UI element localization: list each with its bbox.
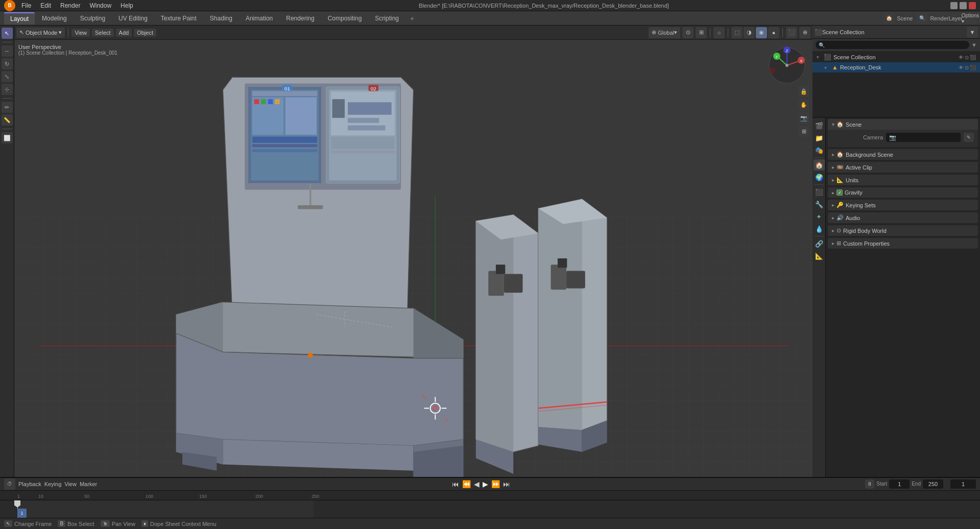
play-forward[interactable]: ▶: [483, 480, 488, 488]
viewport-hand-icon[interactable]: ✋: [798, 99, 809, 110]
outliner-reception-desk-item[interactable]: ▸ ▲ Reception_Desk 👁 ⊙ ⬛: [812, 62, 980, 73]
scene-section-header[interactable]: ▾ 🏠 Scene: [828, 119, 978, 130]
props-tab-output[interactable]: 📁: [814, 132, 825, 143]
units-section[interactable]: ▸ 📐 Units: [828, 175, 978, 185]
viewport-canvas[interactable]: 01 02: [14, 40, 812, 477]
marker-menu[interactable]: Marker: [80, 481, 97, 487]
active-clip-section[interactable]: ▸ 🎞️ Active Clip: [828, 162, 978, 173]
object-menu[interactable]: Object: [134, 29, 156, 37]
view-menu-timeline[interactable]: View: [64, 481, 77, 487]
gravity-section[interactable]: ▸ ✓ Gravity: [828, 187, 978, 198]
playback-menu[interactable]: Playback: [18, 481, 41, 487]
shading-rendered[interactable]: ●: [768, 27, 779, 38]
audio-section[interactable]: ▸ 🔊 Audio: [828, 212, 978, 223]
sync-mode[interactable]: ⏸: [865, 479, 874, 489]
menu-file[interactable]: File: [17, 1, 35, 10]
tool-transform[interactable]: ⊹: [2, 84, 13, 95]
options-button[interactable]: Options ▾: [965, 13, 976, 24]
overlay-toggle[interactable]: ⬛: [786, 27, 797, 38]
goto-first-frame[interactable]: ⏮: [452, 480, 459, 488]
props-tab-constraint[interactable]: 🔗: [814, 238, 825, 249]
gizmo-toggle[interactable]: ⊕: [799, 27, 810, 38]
gravity-checkbox[interactable]: ✓: [836, 189, 843, 196]
viewport-snapping[interactable]: ⊞: [696, 27, 707, 38]
scene-icon-btn[interactable]: 🏠: [883, 13, 895, 24]
maximize-button[interactable]: [960, 2, 967, 9]
tab-texture-paint[interactable]: Texture Paint: [155, 13, 203, 24]
start-frame-input[interactable]: 1: [889, 479, 910, 489]
properties-side: 🎬 📁 🎭 🏠 🌍: [812, 118, 980, 477]
render-layer-search[interactable]: 🔍: [917, 13, 928, 24]
custom-props-section[interactable]: ▸ ⊞ Custom Properties: [828, 238, 978, 249]
props-tab-scene[interactable]: 🏠: [814, 159, 825, 171]
viewport-grid-icon[interactable]: ⊞: [798, 126, 809, 137]
select-menu[interactable]: Select: [92, 29, 114, 37]
current-frame-input[interactable]: 1: [950, 479, 976, 489]
props-tab-object[interactable]: ⬛: [814, 186, 825, 198]
tool-select[interactable]: ↖: [2, 28, 13, 39]
shading-solid[interactable]: ◑: [744, 27, 755, 38]
tool-annotate[interactable]: ✏: [2, 102, 13, 113]
tab-animation[interactable]: Animation: [240, 13, 279, 24]
add-menu[interactable]: Add: [116, 29, 132, 37]
menu-window[interactable]: Window: [85, 1, 115, 10]
view-menu[interactable]: View: [71, 29, 90, 37]
viewport-pivot[interactable]: ⊙: [682, 27, 694, 38]
props-tab-physics[interactable]: 💧: [814, 223, 825, 234]
tab-uv-editing[interactable]: UV Editing: [112, 13, 154, 24]
props-tab-world[interactable]: 🌍: [814, 172, 825, 183]
tab-layout[interactable]: Layout: [4, 12, 35, 25]
menu-edit[interactable]: Edit: [36, 1, 55, 10]
keying-sets-icon: 🔑: [836, 202, 844, 208]
tab-compositing[interactable]: Compositing: [322, 13, 368, 24]
outliner-filter-icon[interactable]: ▼: [967, 27, 978, 38]
tab-sculpting[interactable]: Sculpting: [74, 13, 111, 24]
navigation-gizmo[interactable]: X Y Z: [767, 45, 807, 86]
camera-browse-btn[interactable]: ✎: [964, 133, 974, 142]
timeline-scrub[interactable]: 1: [0, 500, 980, 518]
obj-expand-arrow: ▸: [825, 65, 830, 70]
shading-wireframe[interactable]: ⬚: [731, 27, 743, 38]
viewport-proportional[interactable]: ○: [713, 27, 725, 38]
keying-menu[interactable]: Keying: [44, 481, 62, 487]
goto-next-keyframe[interactable]: ⏩: [491, 480, 500, 488]
tab-rendering[interactable]: Rendering: [280, 13, 320, 24]
svg-rect-43: [332, 99, 345, 118]
tick-10: 10: [38, 494, 43, 499]
tab-scripting[interactable]: Scripting: [369, 13, 405, 24]
tool-scale[interactable]: ⤡: [2, 71, 13, 82]
background-scene-section[interactable]: ▸ 🏠 Background Scene: [828, 149, 978, 160]
menu-render[interactable]: Render: [56, 1, 84, 10]
tab-shading[interactable]: Shading: [204, 13, 238, 24]
props-tab-particles[interactable]: ✦: [814, 211, 825, 222]
keying-sets-section[interactable]: ▸ 🔑 Keying Sets: [828, 200, 978, 210]
goto-prev-keyframe[interactable]: ⏪: [462, 480, 471, 488]
add-workspace-button[interactable]: +: [406, 12, 418, 25]
tool-measure[interactable]: 📏: [2, 114, 13, 126]
camera-value[interactable]: 📷: [886, 133, 961, 142]
outliner-search-box[interactable]: 🔍: [816, 41, 969, 49]
viewport-camera-icon[interactable]: 📷: [798, 112, 809, 124]
props-tab-data[interactable]: 📐: [814, 250, 825, 261]
props-tab-view-layer[interactable]: 🎭: [814, 145, 825, 156]
menu-help[interactable]: Help: [116, 1, 137, 10]
tool-rotate[interactable]: ↻: [2, 58, 13, 69]
minimize-button[interactable]: [950, 2, 958, 9]
outliner-scene-collection-item[interactable]: ▾ ⬛ Scene Collection 👁 ⊙ ⬛: [812, 52, 980, 62]
play-reverse[interactable]: ◀: [474, 480, 480, 488]
viewport-lock-icon[interactable]: 🔒: [798, 86, 809, 97]
goto-last-frame[interactable]: ⏭: [503, 480, 510, 488]
outliner-filter-button[interactable]: ▼: [971, 42, 977, 48]
props-tab-render[interactable]: 🎬: [814, 120, 825, 131]
mode-selector[interactable]: ↖ Object Mode ▾: [16, 28, 65, 38]
shading-lookdev[interactable]: ◉: [756, 27, 767, 38]
props-tab-modifier[interactable]: 🔧: [814, 199, 825, 210]
rigid-body-section[interactable]: ▸ ⊙ Rigid Body World: [828, 225, 978, 236]
tool-add-cube[interactable]: ⬜: [2, 132, 13, 143]
tab-modeling[interactable]: Modeling: [36, 13, 73, 24]
close-button[interactable]: [969, 2, 976, 9]
timeline-editor-type[interactable]: ⏱: [4, 478, 15, 490]
viewport-global[interactable]: ⊕ Global ▾: [649, 27, 680, 38]
end-frame-input[interactable]: 250: [923, 479, 943, 489]
tool-move[interactable]: ↔: [2, 45, 13, 57]
